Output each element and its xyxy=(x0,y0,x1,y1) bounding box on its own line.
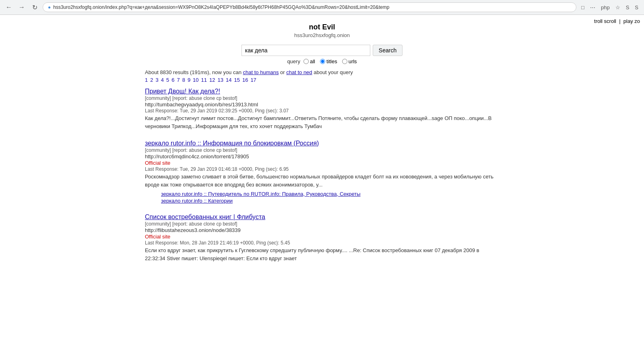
browser-actions: □ ⋯ php ☆ S S xyxy=(580,4,640,11)
result-snippet: Если кто вдруг знает, как прикрутить к Г… xyxy=(145,246,499,262)
star-button[interactable]: ☆ xyxy=(614,4,622,11)
result-title: Список востребованных книг | Флибуста xyxy=(145,213,499,221)
result-title: зеркало rutor.info :: Информация по блок… xyxy=(145,140,499,147)
result-meta: [community] [report: abuse clone cp best… xyxy=(145,95,499,101)
php-button[interactable]: php xyxy=(599,4,611,11)
play-zo-link[interactable]: play zo xyxy=(623,18,640,24)
filter-row: query all titles urls xyxy=(287,58,357,64)
page-link-1[interactable]: 1 xyxy=(145,77,148,83)
search-row: Search xyxy=(242,45,402,56)
or-text: or xyxy=(280,69,285,75)
result-item: Привет Двощ! Как дела?![community] [repo… xyxy=(145,88,499,130)
radio-titles[interactable] xyxy=(320,59,325,64)
filter-titles-label: titles xyxy=(326,58,337,64)
forward-button[interactable]: → xyxy=(17,2,27,12)
result-ping: Last Response: Mon, 28 Jan 2019 21:46:19… xyxy=(145,240,499,246)
sub-result: зеркало rutor.info :: Путеводитель по RU… xyxy=(161,191,499,197)
search-button[interactable]: Search xyxy=(373,45,402,56)
chat-ned-link[interactable]: chat to ned xyxy=(286,69,312,75)
page-link-13[interactable]: 13 xyxy=(218,77,223,83)
top-right-links: troll scroll | play zo xyxy=(594,18,640,24)
result-meta: [community] [report: abuse clone cp best… xyxy=(145,221,499,227)
page-link-14[interactable]: 14 xyxy=(226,77,231,83)
result-url: http://flibustahezeous3.onion/node/38339 xyxy=(145,227,499,233)
result-official: Official site xyxy=(145,160,499,166)
search-input[interactable] xyxy=(242,45,370,56)
address-bar[interactable]: ● hss3uro2hsxfogfq.onion/index.php?q=как… xyxy=(43,2,576,12)
page-link-12[interactable]: 12 xyxy=(209,77,215,83)
filter-all[interactable]: all xyxy=(303,58,315,64)
radio-urls[interactable] xyxy=(342,59,347,64)
troll-scroll-link[interactable]: troll scroll xyxy=(594,18,616,24)
result-item: Список востребованных книг | Флибуста[co… xyxy=(145,213,499,262)
result-title-link[interactable]: Привет Двощ! Как дела?! xyxy=(145,88,220,95)
page-content: not Evil hss3uro2hsxfogfq.onion Search q… xyxy=(141,15,503,280)
filter-urls-label: urls xyxy=(349,58,357,64)
page-link-7[interactable]: 7 xyxy=(177,77,180,83)
results-count-text: About 8830 results (191ms), now you can xyxy=(145,69,242,75)
result-url: http://tumbachegvyaadyq.onion/b/res/1391… xyxy=(145,101,499,108)
result-snippet: Роскомнадзор заметно сливает в этой битв… xyxy=(145,173,499,188)
pagination: 1 2 3 4 5 6 7 8 9 10 11 12 13 14 15 16 1… xyxy=(145,77,499,83)
menu-button[interactable]: ⋯ xyxy=(588,4,597,11)
page-link-4[interactable]: 4 xyxy=(161,77,164,83)
chat-humans-link[interactable]: chat to humans xyxy=(243,69,279,75)
filter-all-label: all xyxy=(310,58,315,64)
result-meta: [community] [report: abuse clone cp best… xyxy=(145,147,499,153)
page-link-6[interactable]: 6 xyxy=(171,77,174,83)
radio-all[interactable] xyxy=(303,59,309,64)
sub-result: зеркало rutor.info :: Категории xyxy=(161,198,499,204)
query-label: query xyxy=(287,58,300,64)
sub-results: зеркало rutor.info :: Путеводитель по RU… xyxy=(161,191,499,204)
page-link-17[interactable]: 17 xyxy=(250,77,256,83)
extensions-button[interactable]: □ xyxy=(580,4,586,11)
result-snippet: Как дела?!...Достигнут лимит постов...До… xyxy=(145,114,499,130)
page-link-2[interactable]: 2 xyxy=(150,77,153,83)
result-title-link[interactable]: Список востребованных книг | Флибуста xyxy=(145,213,265,220)
about-text: about your query xyxy=(314,69,353,75)
sub-result-link[interactable]: зеркало rutor.info :: Категории xyxy=(161,198,499,204)
filter-titles[interactable]: titles xyxy=(320,58,337,64)
profile-s2-button[interactable]: S xyxy=(633,4,640,11)
search-area: Search query all titles urls xyxy=(141,45,503,64)
radio-group: all titles urls xyxy=(303,58,357,64)
profile-s-button[interactable]: S xyxy=(624,4,631,11)
page-link-15[interactable]: 15 xyxy=(234,77,239,83)
result-item: зеркало rutor.info :: Информация по блок… xyxy=(145,140,499,204)
page-link-9[interactable]: 9 xyxy=(188,77,190,83)
url-text: hss3uro2hsxfogfq.onion/index.php?q=как+д… xyxy=(53,4,571,10)
page-link-3[interactable]: 3 xyxy=(155,77,158,83)
lock-icon: ● xyxy=(48,4,51,10)
browser-chrome: ← → ↻ ● hss3uro2hsxfogfq.onion/index.php… xyxy=(0,0,644,15)
sub-result-link[interactable]: зеркало rutor.info :: Путеводитель по RU… xyxy=(161,191,499,197)
site-title: not Evil xyxy=(141,23,503,31)
page-link-10[interactable]: 10 xyxy=(193,77,198,83)
back-button[interactable]: ← xyxy=(4,2,14,12)
page-link-5[interactable]: 5 xyxy=(166,77,169,83)
separator: | xyxy=(619,18,620,24)
result-title-link[interactable]: зеркало rutor.info :: Информация по блок… xyxy=(145,140,319,147)
result-official: Official site xyxy=(145,234,499,240)
page-link-16[interactable]: 16 xyxy=(242,77,248,83)
result-url: http://rutorc6mqdinc4cz.onion/torrent/17… xyxy=(145,153,499,159)
filter-urls[interactable]: urls xyxy=(342,58,357,64)
page-link-11[interactable]: 11 xyxy=(201,77,207,83)
result-ping: Last Response: Tue, 29 Jan 2019 01:46:18… xyxy=(145,166,499,172)
result-ping: Last Response: Tue, 29 Jan 2019 02:39:25… xyxy=(145,108,499,114)
results-list: Привет Двощ! Как дела?![community] [repo… xyxy=(141,88,503,262)
results-info: About 8830 results (191ms), now you can … xyxy=(141,69,503,83)
site-domain: hss3uro2hsxfogfq.onion xyxy=(141,32,503,38)
result-title: Привет Двощ! Как дела?! xyxy=(145,88,499,95)
reload-button[interactable]: ↻ xyxy=(30,2,39,12)
page-link-8[interactable]: 8 xyxy=(182,77,185,83)
